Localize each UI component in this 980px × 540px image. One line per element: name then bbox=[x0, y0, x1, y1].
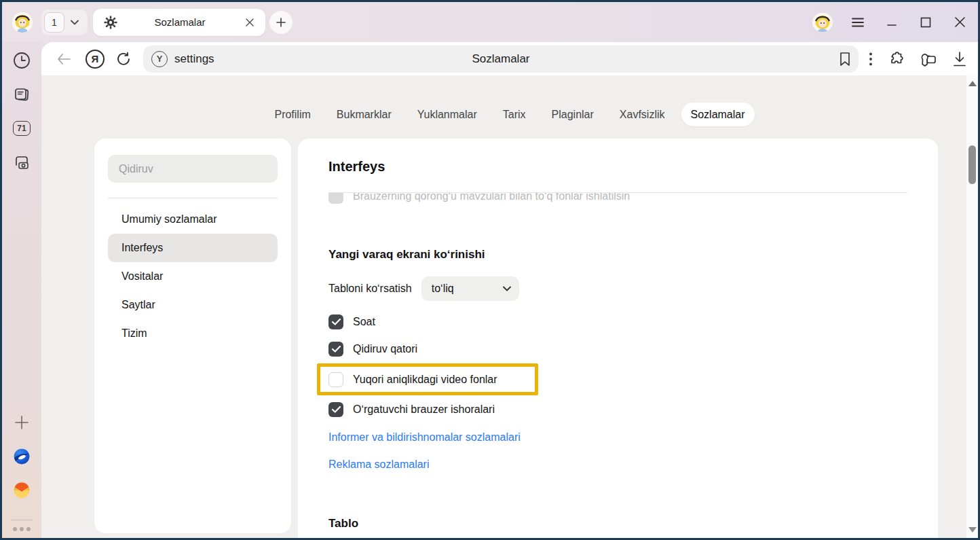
checkbox-dark-theme[interactable] bbox=[328, 193, 343, 204]
settings-menu-card: Umumiy sozlamalar Interfeys Vositalar Sa… bbox=[94, 139, 291, 533]
nav-tab-bukmarklar[interactable]: Bukmarklar bbox=[327, 103, 401, 126]
clipped-option-row: Brauzerning qorongʻu mavzulari bilan toʻ… bbox=[328, 193, 907, 210]
section-heading-tablo: Tablo bbox=[328, 517, 907, 530]
main-column: Я Y settings Sozlamalar bbox=[41, 42, 978, 538]
tab-group-count[interactable]: 1 bbox=[44, 12, 64, 33]
tablo-display-select[interactable]: toʻliq bbox=[421, 276, 519, 301]
tab-title: Sozlamalar bbox=[117, 16, 242, 28]
menu-item-umumiy-sozlamalar[interactable]: Umumiy sozlamalar bbox=[108, 205, 278, 234]
checkbox-soat[interactable] bbox=[328, 314, 343, 329]
option-label-brauzer-ishoralari: Oʻrgatuvchi brauzer ishoralari bbox=[353, 403, 495, 416]
page-scrollbar[interactable] bbox=[966, 75, 978, 538]
tab-counter[interactable]: 71 bbox=[13, 120, 31, 137]
tablo-display-label: Tabloni koʻrsatish bbox=[328, 283, 412, 295]
select-value: toʻliq bbox=[432, 283, 503, 295]
nav-tab-sozlamalar[interactable]: Sozlamalar bbox=[681, 103, 755, 126]
avatar-girl-icon bbox=[12, 12, 33, 33]
address-bar-page-title: Sozlamalar bbox=[143, 52, 859, 66]
checkbox-video-fonlar[interactable] bbox=[328, 372, 343, 387]
toolbar: Я Y settings Sozlamalar bbox=[41, 42, 978, 75]
yandex-search-button[interactable]: Я bbox=[83, 48, 107, 71]
option-label-video-fonlar: Yuqori aniqlikdagi video fonlar bbox=[353, 374, 497, 386]
browser-tab-sozlamalar[interactable]: Sozlamalar bbox=[93, 9, 265, 36]
add-panel-icon[interactable] bbox=[13, 414, 31, 431]
minimize-icon[interactable] bbox=[883, 14, 901, 31]
address-bar[interactable]: Y settings Sozlamalar bbox=[143, 46, 859, 73]
menu-item-saytlar[interactable]: Saytlar bbox=[108, 291, 278, 319]
new-tab-button[interactable] bbox=[269, 11, 293, 34]
screenshot-icon[interactable] bbox=[13, 154, 31, 171]
close-icon[interactable] bbox=[951, 14, 968, 31]
refresh-icon[interactable] bbox=[112, 48, 135, 71]
nav-tab-plaginlar[interactable]: Plaginlar bbox=[542, 103, 603, 126]
settings-search-input[interactable] bbox=[119, 163, 267, 175]
checkbox-brauzer-ishoralari[interactable] bbox=[328, 402, 343, 417]
yandex-mail-logo[interactable] bbox=[13, 482, 31, 499]
link-reklama-settings[interactable]: Reklama sozlamalari bbox=[328, 451, 907, 478]
url-text[interactable]: settings bbox=[174, 52, 214, 66]
option-label: Brauzerning qorongʻu mavzulari bilan toʻ… bbox=[353, 193, 630, 202]
settings-page: Profilim Bukmarklar Yuklanmalar Tarix Pl… bbox=[41, 75, 978, 538]
nav-tab-yuklanmalar[interactable]: Yuklanmalar bbox=[408, 103, 487, 126]
section-heading-new-tab: Yangi varaq ekrani koʻrinishi bbox=[328, 248, 907, 262]
settings-nav-tabs: Profilim Bukmarklar Yuklanmalar Tarix Pl… bbox=[41, 75, 978, 126]
option-row-brauzer-ishoralari: Oʻrgatuvchi brauzer ishoralari bbox=[328, 396, 907, 423]
back-icon[interactable] bbox=[52, 48, 75, 71]
download-icon[interactable] bbox=[953, 52, 966, 67]
bookmark-icon[interactable] bbox=[838, 52, 852, 67]
gear-favicon-icon bbox=[104, 16, 117, 29]
extensions-puzzle-icon[interactable] bbox=[888, 51, 904, 67]
history-clock-icon[interactable] bbox=[13, 52, 31, 69]
nav-tab-xavfsizlik[interactable]: Xavfsizlik bbox=[610, 103, 675, 126]
menu-item-tizim[interactable]: Tizim bbox=[108, 319, 278, 348]
tab-close-icon[interactable] bbox=[242, 15, 257, 30]
notes-icon[interactable] bbox=[13, 86, 31, 103]
scrollbar-up-arrow-icon[interactable] bbox=[968, 81, 977, 86]
menu-item-vositalar[interactable]: Vositalar bbox=[108, 262, 278, 291]
toolbar-right-icons bbox=[869, 51, 969, 67]
profile-avatar[interactable] bbox=[12, 12, 33, 33]
titlebar-right-controls bbox=[812, 13, 968, 32]
maximize-icon[interactable] bbox=[917, 14, 935, 31]
scrollbar-down-arrow-icon[interactable] bbox=[968, 527, 977, 533]
highlight-box: Yuqori aniqlikdagi video fonlar bbox=[317, 363, 538, 395]
browser-window: 1 bbox=[0, 0, 980, 540]
nav-tab-tarix[interactable]: Tarix bbox=[493, 103, 535, 126]
scrollbar-thumb[interactable] bbox=[968, 145, 976, 184]
tablo-display-row: Tabloni koʻrsatish toʻliq bbox=[328, 276, 907, 301]
nav-tab-profilim[interactable]: Profilim bbox=[265, 103, 320, 126]
account-avatar[interactable] bbox=[812, 13, 833, 32]
titlebar: 1 bbox=[2, 2, 978, 42]
checkbox-qidiruv-qatori[interactable] bbox=[328, 342, 343, 357]
page-title: Interfeys bbox=[328, 159, 907, 175]
hamburger-menu-icon[interactable] bbox=[849, 14, 867, 31]
interfeys-settings-card: Interfeys Brauzerning qorongʻu mavzulari… bbox=[298, 139, 938, 538]
menu-item-interfeys[interactable]: Interfeys bbox=[108, 234, 278, 262]
option-row-qidiruv-qatori: Qidiruv qatori bbox=[328, 336, 907, 363]
passwords-icon[interactable] bbox=[920, 51, 937, 67]
menu-divider bbox=[108, 198, 278, 198]
option-row-soat: Soat bbox=[328, 308, 907, 336]
tab-group-pill[interactable]: 1 bbox=[41, 10, 88, 35]
link-informer-settings[interactable]: Informer va bildirishnomalar sozlamalari bbox=[328, 424, 907, 451]
yandex-browser-logo[interactable] bbox=[13, 448, 31, 465]
option-label-soat: Soat bbox=[353, 316, 375, 328]
option-row-video-fonlar: Yuqori aniqlikdagi video fonlar bbox=[328, 367, 528, 392]
kebab-menu-icon[interactable] bbox=[869, 52, 872, 66]
rail-divider bbox=[11, 520, 33, 520]
chevron-down-icon[interactable] bbox=[64, 12, 85, 33]
more-dots-icon[interactable] bbox=[13, 527, 31, 531]
chevron-down-icon bbox=[503, 286, 511, 291]
side-rail: 71 bbox=[2, 42, 41, 538]
option-label-qidiruv-qatori: Qidiruv qatori bbox=[353, 343, 417, 355]
settings-page-badge-icon: Y bbox=[151, 51, 168, 67]
settings-search[interactable] bbox=[108, 155, 278, 183]
